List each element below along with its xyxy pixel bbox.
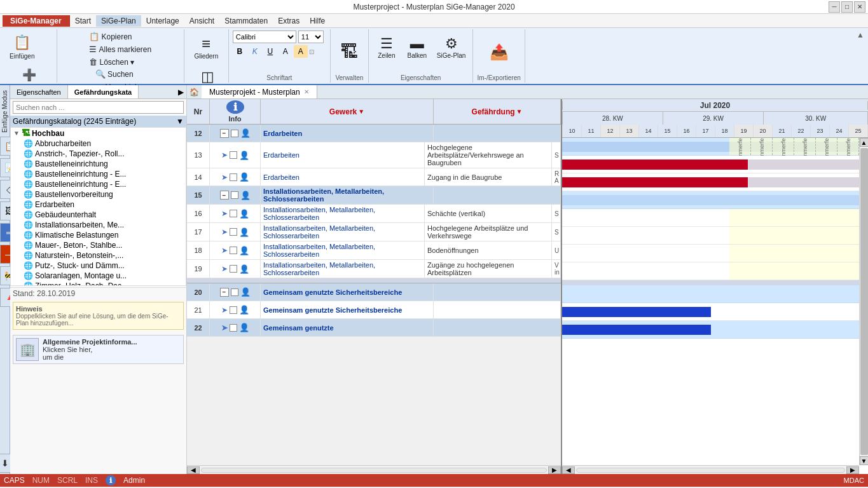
tree-item-baustelleneinrichtung-e1[interactable]: 🌐 Baustelleneinrichtung - E...: [11, 169, 186, 179]
vscroll-thumb[interactable]: [860, 148, 868, 455]
checkbox-15[interactable]: [231, 191, 238, 199]
ribbon-group-eigenschaften: ☰ Zeilen ▬ Balken ⚙ SiGe-Plan Eigenschaf…: [369, 29, 474, 83]
gewerk-sort-icon[interactable]: ▼: [358, 108, 364, 115]
alles-markieren-button[interactable]: ☰ Alles markieren: [86, 43, 155, 55]
tree-item-baustelleneinrichtung-e2[interactable]: 🌐 Baustelleneinrichtung - E...: [11, 179, 186, 189]
expand-btn-20[interactable]: −: [220, 288, 229, 297]
checkbox-19[interactable]: [230, 265, 237, 273]
info-card[interactable]: 🏢 Allgemeine Projektinforma... Klicken S…: [13, 335, 184, 364]
tab-gefaehrdungskata[interactable]: Gefährdungskata: [68, 85, 139, 98]
gantt-vscroll[interactable]: ▲ ▼: [859, 138, 868, 465]
gantt-bar-14a: [562, 177, 748, 187]
ribbon-collapse-button[interactable]: ▲: [857, 30, 864, 39]
minimize-button[interactable]: ─: [829, 1, 840, 13]
gantt-day-24: 24: [830, 125, 849, 137]
zeilen-button[interactable]: ☰ Zeilen: [373, 30, 401, 64]
tree-item-baustellenvorbereitung[interactable]: 🌐 Baustellenvorbereitung: [11, 189, 186, 200]
td-info-19: ➤ 👤: [210, 260, 261, 278]
checkbox-14[interactable]: [230, 173, 237, 181]
tree-item-solar[interactable]: 🌐 Solaranlagen, Montage u...: [11, 271, 186, 281]
person-icon-19: 👤: [239, 264, 249, 274]
highlight-button[interactable]: A: [294, 45, 308, 58]
menu-unterlage[interactable]: Unterlage: [141, 15, 184, 27]
menu-stammdaten[interactable]: Stammdaten: [219, 15, 273, 27]
close-button[interactable]: ✕: [854, 1, 865, 13]
importexport-button[interactable]: 📤: [485, 36, 513, 69]
menu-ansicht[interactable]: Ansicht: [184, 15, 219, 27]
balken-button[interactable]: ▬ Balken: [403, 30, 431, 64]
checkbox-16[interactable]: [230, 210, 237, 217]
tree-item-zimmer[interactable]: 🌐 Zimmer-,Holz-,Dach-,Dac...: [11, 281, 186, 286]
vscroll-down[interactable]: ▼: [860, 456, 869, 465]
gantt-hscroll-left[interactable]: ◀: [562, 466, 575, 474]
checkbox-13[interactable]: [230, 151, 237, 159]
einfuegen-button[interactable]: 📋 Einfügen: [6, 30, 38, 62]
gantt-hscroll-right[interactable]: ▶: [846, 466, 859, 474]
tree-item-naturstein[interactable]: 🌐 Naturstein-, Betonstein-,...: [11, 250, 186, 261]
suchen-icon: 🔍: [95, 69, 106, 79]
font-color-button[interactable]: A: [279, 45, 293, 58]
gantt-row-15: [562, 191, 859, 209]
checkbox-21[interactable]: [230, 306, 237, 314]
tab-eigenschaften[interactable]: Eigenschaften: [10, 85, 68, 98]
project-tab-musterplan[interactable]: Musterprojekt - Musterplan ✕: [202, 85, 317, 98]
kopieren-button[interactable]: 📋 Kopieren: [86, 30, 135, 43]
tree-item-hochbau[interactable]: ▼ 🏗 Hochbau: [11, 128, 186, 139]
gefaehrdung-sort-icon[interactable]: ▼: [516, 108, 523, 115]
hint-title: Hinweis: [16, 305, 181, 313]
menu-sige-plan[interactable]: SiGe-Plan: [96, 15, 141, 27]
arrow-icon-14: ➤: [221, 173, 228, 182]
gantt-bar-13a: [562, 159, 748, 170]
importexport-icon: 📤: [490, 43, 509, 61]
tree-item-installationsarbeiten[interactable]: 🌐 Installationsarbeiten, Me...: [11, 220, 186, 230]
tree-item-abbrucharbeiten[interactable]: 🌐 Abbrucharbeiten: [11, 139, 186, 149]
bold-button[interactable]: B: [233, 45, 247, 58]
project-tab-close[interactable]: ✕: [304, 88, 309, 95]
status-ins: INS: [85, 476, 98, 485]
expand-btn-12[interactable]: −: [220, 129, 229, 138]
checkbox-18[interactable]: [230, 247, 237, 254]
hscroll-left[interactable]: ◀: [187, 466, 200, 474]
tree-item-erdarbeiten[interactable]: 🌐 Erdarbeiten: [11, 200, 186, 210]
checkbox-12[interactable]: [231, 130, 238, 137]
tab-scroll-button[interactable]: ▶: [176, 88, 186, 97]
vscroll-up[interactable]: ▲: [860, 138, 869, 147]
font-name-select[interactable]: Calibri: [233, 30, 296, 43]
gliedern-button[interactable]: ≡ Gliedern: [188, 30, 224, 64]
schriftart-label: Schriftart: [266, 73, 292, 81]
tree-item-anstrich[interactable]: 🌐 Anstrich-, Tapezier-, Roll...: [11, 149, 186, 159]
suchen-button[interactable]: 🔍 Suchen: [92, 68, 137, 80]
menu-sige-manager[interactable]: SiGe-Manager: [3, 15, 70, 27]
expand-btn-15[interactable]: −: [220, 191, 229, 200]
schriftart-expand[interactable]: ⊡: [309, 48, 314, 55]
tree-item-gebaeudeunterhalt[interactable]: 🌐 Gebäudeunterhalt: [11, 210, 186, 220]
menu-start[interactable]: Start: [70, 15, 96, 27]
catalog-scroll-down[interactable]: ▼: [176, 117, 184, 126]
tree-item-baustelleneinrichtung[interactable]: 🌐 Baustelleneinrichtung: [11, 159, 186, 169]
sige-plan-button[interactable]: ⚙ SiGe-Plan: [434, 30, 469, 64]
table-hscroll[interactable]: ◀ ▶: [187, 465, 561, 474]
menu-extras[interactable]: Extras: [273, 15, 305, 27]
hscroll-right[interactable]: ▶: [548, 466, 561, 474]
tree-item-mauer[interactable]: 🌐 Mauer-, Beton-, Stahlbe...: [11, 240, 186, 250]
italic-button[interactable]: K: [248, 45, 262, 58]
table-row: 22 ➤ 👤 Gemeinsam genutzte: [187, 319, 561, 337]
gantt-week-28: 28. KW: [562, 112, 663, 125]
menu-hilfe[interactable]: Hilfe: [305, 15, 330, 27]
checkbox-22[interactable]: [230, 324, 237, 332]
maximize-button[interactable]: □: [841, 1, 853, 13]
font-size-select[interactable]: 11: [298, 30, 324, 43]
tree-item-putz[interactable]: 🌐 Putz-, Stuck- und Dämm...: [11, 261, 186, 271]
gantt-hscroll[interactable]: ◀ ▶: [562, 465, 859, 474]
status-info-icon: ℹ: [106, 475, 116, 485]
verwalten-button[interactable]: 🏗: [335, 33, 363, 71]
hscroll-track[interactable]: [201, 468, 547, 473]
search-input[interactable]: [13, 101, 184, 114]
gantt-hscroll-track[interactable]: [576, 468, 845, 473]
verwalten-icon: 🏗: [340, 41, 358, 62]
tree-item-klimatische[interactable]: 🌐 Klimatische Belastungen: [11, 230, 186, 240]
checkbox-17[interactable]: [230, 228, 237, 236]
underline-button[interactable]: U: [263, 45, 277, 58]
loeschen-button[interactable]: 🗑 Löschen ▾: [86, 56, 137, 68]
checkbox-20[interactable]: [231, 288, 238, 296]
